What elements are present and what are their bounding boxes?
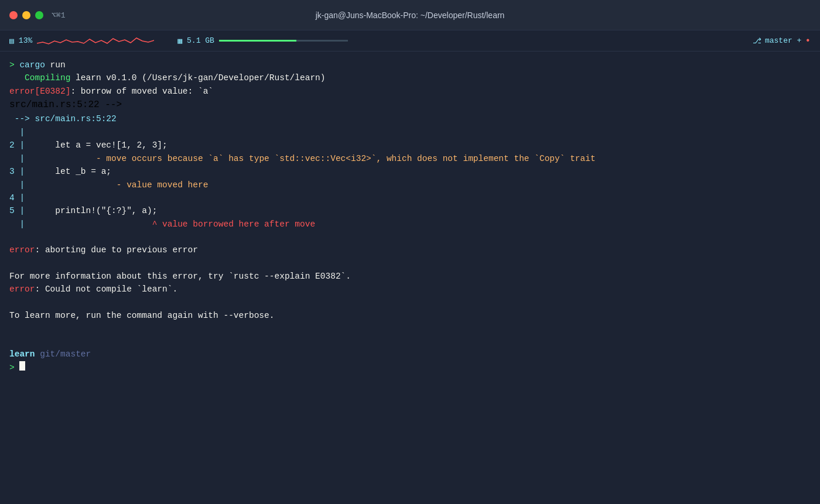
- project-name: learn: [9, 348, 35, 361]
- empty-line: [9, 322, 811, 335]
- terminal-line: 4 |: [9, 191, 811, 204]
- move-hint: - move occurs because `a` has type `std:…: [76, 152, 596, 165]
- pipe-line5: |: [9, 218, 127, 231]
- terminal-line: |: [9, 126, 811, 139]
- terminal-line: | ^ value borrowed here after move: [9, 218, 811, 231]
- more-info: For more information about this error, t…: [9, 270, 351, 283]
- window-title: jk-gan@Juns-MacBook-Pro: ~/Developer/Rus…: [316, 11, 505, 20]
- line-number-4: 4: [9, 191, 19, 204]
- statusbar: ▤ 13% ▦ 5.1 GB ⎇ master + •: [0, 30, 820, 52]
- terminal-line: To learn more, run the command again wit…: [9, 309, 811, 322]
- empty-line: [9, 296, 811, 309]
- error-label: error: [9, 244, 35, 256]
- cpu-status: ▤ 13%: [9, 35, 154, 47]
- memory-bar: [219, 40, 348, 42]
- line-number-3: 3: [9, 165, 19, 178]
- code-line5: println!("{:?}", a);: [45, 204, 157, 217]
- pipe5: |: [19, 204, 45, 217]
- pipe-line2: |: [9, 152, 76, 165]
- git-branch-icon: ⎇: [753, 36, 761, 46]
- empty-line: [9, 257, 811, 270]
- line-number-5: 5: [9, 204, 19, 217]
- command-cargo: cargo: [19, 59, 45, 71]
- cpu-icon: ▤: [9, 36, 14, 46]
- terminal-line: | - value moved here: [9, 179, 811, 191]
- compiling-label: Compiling: [9, 71, 70, 84]
- cpu-sparkline: [37, 35, 154, 47]
- memory-value: 5.1 GB: [187, 36, 214, 45]
- memory-status: ▦ 5.1 GB: [177, 36, 348, 46]
- terminal-line: 3 | let _b = a;: [9, 165, 811, 178]
- terminal-line: > cargo run: [9, 59, 811, 71]
- compile-fail: : Could not compile `learn`.: [35, 283, 178, 296]
- memory-icon: ▦: [177, 36, 182, 46]
- compiling-detail: learn v0.1.0 (/Users/jk-gan/Developer/Ru…: [70, 71, 325, 84]
- file-location: --> src/main.rs:5:22: [9, 112, 117, 125]
- pipe-line: |: [9, 126, 25, 139]
- error-aborting: : aborting due to previous error: [35, 244, 198, 256]
- shortcut-label: ⌥⌘1: [52, 11, 65, 20]
- traffic-lights: [9, 11, 43, 19]
- empty-line: [9, 231, 811, 244]
- terminal: > cargo run Compiling learn v0.1.0 (/Use…: [0, 52, 820, 504]
- terminal-cursor: [19, 361, 25, 371]
- terminal-line: 5 | println!("{:?}", a);: [9, 204, 811, 217]
- git-dot: •: [805, 36, 811, 46]
- maximize-button[interactable]: [35, 11, 43, 19]
- empty-line: [9, 335, 811, 348]
- terminal-line: error : Could not compile `learn`.: [9, 283, 811, 296]
- error-code: error[E0382]: [9, 85, 70, 98]
- git-status: ⎇ master + •: [753, 36, 811, 46]
- terminal-line: error[E0382] : borrow of moved value: `a…: [9, 85, 811, 98]
- value-moved-hint: - value moved here: [96, 179, 208, 191]
- titlebar: ⌥⌘1 jk-gan@Juns-MacBook-Pro: ~/Developer…: [0, 0, 820, 30]
- pipe: |: [19, 139, 45, 152]
- git-branch-label: master +: [765, 36, 801, 45]
- pipe4: |: [19, 191, 25, 204]
- terminal-line: | - move occurs because `a` has type `st…: [9, 152, 811, 165]
- minimize-button[interactable]: [22, 11, 30, 19]
- cursor-prompt: >: [9, 361, 19, 374]
- error-label2: error: [9, 283, 35, 296]
- borrow-hint: ^ value borrowed here after move: [127, 218, 315, 231]
- terminal-line: error : aborting due to previous error: [9, 244, 811, 256]
- code-line3: let _b = a;: [45, 165, 111, 178]
- verbose-hint: To learn more, run the command again wit…: [9, 309, 274, 322]
- error-desc: : borrow of moved value: `a`: [70, 85, 213, 98]
- cpu-value: 13%: [19, 36, 32, 45]
- pipe3: |: [19, 165, 45, 178]
- code-line2: let a = vec![1, 2, 3];: [45, 139, 168, 152]
- memory-bar-fill: [219, 40, 296, 42]
- close-button[interactable]: [9, 11, 18, 19]
- terminal-line: 2 | let a = vec![1, 2, 3];: [9, 139, 811, 152]
- line-number-2: 2: [9, 139, 19, 152]
- terminal-line: learn git/master: [9, 348, 811, 361]
- git-branch-status: git/master: [35, 348, 91, 361]
- terminal-line: --> src/main.rs:5:22: [9, 112, 811, 125]
- prompt-arrow: >: [9, 59, 19, 71]
- cursor-line: >: [9, 361, 811, 374]
- terminal-line: For more information about this error, t…: [9, 270, 811, 283]
- command-run: run: [45, 59, 66, 71]
- terminal-line: Compiling learn v0.1.0 (/Users/jk-gan/De…: [9, 71, 811, 84]
- pipe-line3: |: [9, 179, 96, 191]
